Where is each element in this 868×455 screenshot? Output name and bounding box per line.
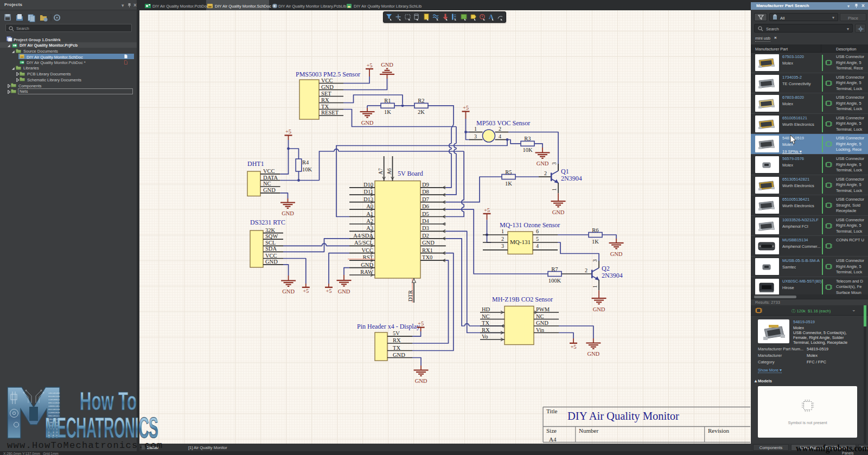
svg-text:10K: 10K — [302, 166, 312, 172]
svg-text:A4/SDA: A4/SDA — [353, 233, 373, 239]
svg-text:GND: GND — [552, 209, 565, 215]
svg-text:GND: GND — [381, 62, 393, 68]
svg-text:D4: D4 — [422, 218, 430, 224]
svg-text:3: 3 — [501, 243, 504, 249]
svg-text:+5: +5 — [570, 344, 576, 350]
svg-text:GND: GND — [537, 161, 549, 166]
svg-text:How To: How To — [80, 387, 137, 415]
svg-text:3: 3 — [592, 259, 598, 262]
svg-text:Title: Title — [546, 408, 558, 414]
svg-text:2K: 2K — [418, 109, 425, 115]
svg-text:R1: R1 — [384, 98, 391, 104]
svg-text:R3: R3 — [524, 136, 531, 142]
svg-text:GND: GND — [321, 84, 334, 90]
svg-text:A4: A4 — [549, 436, 557, 443]
svg-text:2: 2 — [501, 236, 504, 242]
svg-text:R5: R5 — [505, 169, 512, 175]
svg-text:TX: TX — [321, 104, 329, 110]
svg-text:10110100: 10110100 — [48, 392, 60, 394]
svg-text:GND: GND — [393, 352, 405, 358]
svg-text:DATA: DATA — [263, 175, 278, 181]
svg-text:GND: GND — [415, 378, 427, 384]
svg-text:1: 1 — [592, 285, 598, 288]
svg-text:+5: +5 — [366, 62, 372, 68]
svg-text:NC: NC — [263, 181, 271, 187]
svg-text:2: 2 — [499, 126, 501, 132]
svg-text:Revision: Revision — [708, 427, 730, 434]
svg-text:6: 6 — [536, 228, 539, 234]
svg-text:2: 2 — [585, 267, 588, 273]
svg-text:5V: 5V — [393, 330, 400, 336]
svg-text:NC: NC — [482, 313, 490, 319]
svg-text:NC: NC — [536, 313, 544, 319]
svg-text:SET: SET — [321, 91, 331, 97]
svg-text:Pin Header x4 - Display: Pin Header x4 - Display — [357, 323, 420, 330]
svg-text:1K: 1K — [592, 239, 599, 245]
svg-text:GND: GND — [593, 306, 605, 312]
svg-text:RESET: RESET — [321, 110, 339, 116]
svg-text:Vin: Vin — [536, 327, 545, 333]
svg-text:DS3231 RTC: DS3231 RTC — [250, 219, 285, 226]
svg-text:4: 4 — [499, 133, 501, 139]
svg-text:SCL: SCL — [265, 240, 276, 246]
svg-text:2N3904: 2N3904 — [602, 272, 623, 279]
svg-text:MH-Z19B CO2 Sensor: MH-Z19B CO2 Sensor — [492, 296, 553, 303]
svg-text:5: 5 — [536, 236, 539, 242]
svg-text:Size: Size — [546, 427, 557, 434]
svg-text:TX0: TX0 — [422, 254, 432, 260]
svg-text:4: 4 — [536, 243, 539, 249]
svg-text:+5: +5 — [303, 288, 309, 294]
svg-text:DTR: DTR — [407, 290, 413, 302]
svg-text:11010011: 11010011 — [48, 398, 60, 401]
svg-text:RX: RX — [393, 337, 401, 343]
svg-text:GND: GND — [282, 289, 295, 294]
svg-text:Number: Number — [579, 427, 598, 434]
svg-text:TX: TX — [393, 345, 400, 351]
svg-text:1K: 1K — [384, 109, 391, 115]
svg-text:+5: +5 — [463, 105, 469, 111]
svg-text:1K: 1K — [505, 181, 512, 187]
svg-text:RX1: RX1 — [422, 247, 433, 253]
svg-text:+5: +5 — [418, 321, 424, 326]
svg-text:GND: GND — [587, 351, 599, 357]
svg-text:A6: A6 — [386, 168, 392, 175]
svg-text:01101110: 01101110 — [48, 395, 60, 398]
svg-text:D8: D8 — [422, 189, 429, 195]
svg-text:+5: +5 — [326, 288, 331, 294]
svg-text:GND: GND — [422, 240, 435, 246]
svg-text:3: 3 — [474, 133, 477, 139]
svg-text:D7: D7 — [422, 196, 429, 202]
svg-text:DHT1: DHT1 — [247, 160, 264, 168]
svg-text:Vo: Vo — [482, 334, 488, 339]
svg-text:MQ-131 Ozone Sensor: MQ-131 Ozone Sensor — [500, 221, 560, 229]
svg-text:00111010: 00111010 — [48, 401, 60, 404]
svg-text:+5: +5 — [285, 129, 291, 134]
svg-text:SQW: SQW — [265, 233, 278, 239]
svg-text:1: 1 — [551, 188, 557, 191]
svg-text:1: 1 — [501, 228, 504, 234]
svg-text:GND: GND — [610, 251, 623, 257]
svg-text:SDA: SDA — [265, 246, 277, 252]
svg-text:D9: D9 — [422, 182, 429, 188]
svg-text:VCC: VCC — [265, 253, 277, 259]
svg-text:VCC: VCC — [263, 168, 275, 174]
svg-text:10001101: 10001101 — [48, 405, 60, 407]
svg-text:32K: 32K — [265, 227, 276, 233]
svg-text:DIY Air Quality Monitor: DIY Air Quality Monitor — [567, 410, 679, 422]
svg-text:A5/SCL: A5/SCL — [354, 240, 373, 246]
svg-text:5V Board: 5V Board — [398, 170, 423, 177]
svg-text:2N3904: 2N3904 — [561, 175, 582, 182]
svg-text:A7: A7 — [378, 168, 384, 175]
svg-text:GND: GND — [263, 187, 276, 193]
svg-text:1: 1 — [474, 126, 477, 132]
svg-text:VCC: VCC — [321, 78, 333, 84]
svg-text:D2: D2 — [422, 233, 429, 239]
svg-text:100K: 100K — [548, 278, 561, 284]
svg-text:2: 2 — [544, 170, 547, 176]
svg-text:GND: GND — [536, 320, 548, 326]
svg-text:RX: RX — [482, 327, 490, 333]
svg-text:10K: 10K — [522, 147, 533, 153]
svg-text:D3: D3 — [422, 225, 429, 231]
svg-text:GND: GND — [265, 259, 278, 265]
svg-text:RX: RX — [321, 97, 329, 103]
